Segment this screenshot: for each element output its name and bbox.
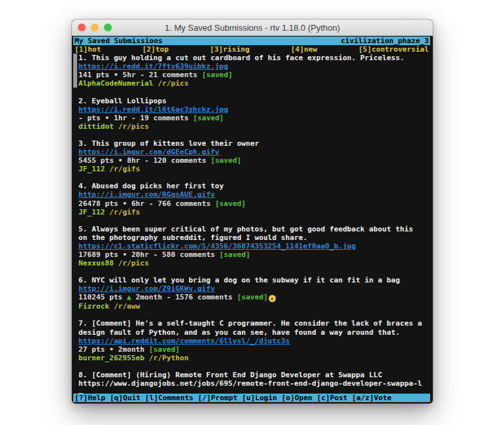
points: 27 pts: [78, 345, 105, 354]
gilded-star-icon: ★: [269, 295, 276, 302]
submission-byline: JF_112 /r/gifs: [78, 208, 433, 216]
saved-badge: [saved]: [149, 345, 180, 354]
submission-item-2[interactable]: 2. Eyeball Lollipops https://i.redd.it/l…: [73, 97, 433, 131]
submission-url[interactable]: https://www.djangojobs.net/jobs/695/remo…: [78, 379, 422, 388]
subreddit[interactable]: /r/gifs: [109, 208, 140, 216]
points: - pts: [78, 114, 101, 122]
window-title: 1. My Saved Submissions - rtv 1.18.0 (Py…: [165, 23, 340, 33]
window-titlebar: 1. My Saved Submissions - rtv 1.18.0 (Py…: [72, 20, 433, 36]
age-comments: 5hr - 21 comments: [122, 71, 197, 79]
submission-item-7[interactable]: 7. [Comment] He's a self-taught C progra…: [73, 319, 433, 362]
app-window: 1. My Saved Submissions - rtv 1.18.0 (Py…: [72, 20, 433, 403]
points: 5455 pts: [78, 156, 114, 165]
submission-stats: - pts • 1hr - 19 comments [saved]: [78, 114, 433, 122]
submission-item-8[interactable]: 8. [Comment] (Hiring) Remote Front End D…: [73, 371, 433, 396]
tab-new[interactable]: [4]new: [291, 45, 317, 54]
vote-separator-icon: •: [114, 71, 118, 79]
submission-title: 8. [Comment] (Hiring) Remote Front End D…: [78, 371, 433, 379]
submission-item-4[interactable]: 4. Abused dog picks her first toy http:/…: [73, 182, 433, 216]
page-title: My Saved Submissions: [75, 37, 163, 45]
author[interactable]: Nexxus88: [78, 259, 114, 267]
age-comments: 6hr - 766 comments: [131, 199, 210, 208]
submission-title: 3. This group of kittens love their owne…: [78, 139, 433, 148]
submission-stats: 110245 pts ▲ 2month - 1576 comments [sav…: [78, 293, 433, 302]
submission-byline: burner_262955eb /r/Python: [78, 354, 433, 362]
tab-controversial[interactable]: [5]controversial: [358, 45, 429, 54]
age-comments: 2month - 1576 comments: [136, 293, 233, 301]
traffic-lights: [78, 24, 112, 31]
zoom-button[interactable]: [104, 24, 112, 31]
author[interactable]: Fizrock: [78, 302, 109, 311]
submission-title: 1. This guy holding a cut out cardboard …: [78, 54, 433, 62]
tab-hot[interactable]: [1]hot: [75, 45, 101, 54]
submission-byline: Nexxus88 /r/pics: [78, 259, 433, 267]
vote-separator-icon: •: [105, 114, 109, 122]
submission-item-1[interactable]: 1. This guy holding a cut out cardboard …: [73, 54, 433, 88]
submission-title: 5. Always been super critical of my phot…: [78, 225, 433, 233]
vote-separator-icon: •: [122, 199, 127, 208]
saved-badge: [saved]: [210, 156, 241, 165]
submission-title: 2. Eyeball Lollipops: [78, 97, 433, 105]
submission-stats: 141 pts • 5hr - 21 comments [saved]: [78, 71, 433, 79]
submission-url-link[interactable]: https://i.imgur.com/dGEeCph.gifv: [78, 148, 220, 156]
submission-item-6[interactable]: 6. NYC will only let you bring a dog on …: [73, 276, 433, 311]
tab-top[interactable]: [2]top: [143, 45, 169, 54]
age-comments: 2month: [118, 345, 144, 354]
age-comments: 1hr - 19 comments: [114, 114, 189, 122]
vote-separator-icon: •: [118, 156, 123, 165]
submission-title: 7. [Comment] He's a self-taught C progra…: [78, 319, 433, 328]
tab-rising[interactable]: [3]rising: [210, 45, 250, 54]
header-bar: My Saved Submissions civilization_phaze_…: [73, 37, 430, 45]
submission-url-link[interactable]: http://i.imgur.com/RGqsAUE.gifv: [78, 190, 215, 199]
submission-byline: dittidot /r/pics: [78, 122, 433, 131]
vote-separator-icon: •: [109, 345, 114, 354]
points: 110245 pts: [78, 293, 122, 301]
submission-byline: JF_112 /r/gifs: [78, 165, 433, 173]
saved-badge: [saved]: [193, 114, 224, 122]
sort-tabs: [1]hot [2]top [3]rising [4]new [5]contro…: [73, 45, 430, 54]
subreddit[interactable]: /r/pics: [118, 259, 149, 267]
age-comments: 8hr - 120 comments: [127, 156, 206, 165]
submission-byline: Fizrock /r/aww: [78, 302, 433, 311]
submission-url-link[interactable]: https://c1.staticflickr.com/5/4356/36074…: [78, 242, 356, 250]
submission-url-link[interactable]: https://i.redd.it/l6t6ac3zhckz.jpg: [78, 105, 228, 114]
submission-url-link[interactable]: https://api.reddit.com/comments/6llvsl/_…: [78, 337, 290, 345]
points: 17689 pts: [78, 250, 118, 259]
subreddit[interactable]: /r/pics: [118, 122, 149, 131]
subreddit[interactable]: /r/aww: [114, 302, 140, 311]
saved-badge: [saved]: [220, 250, 250, 259]
submission-list: 1. This guy holding a cut out cardboard …: [73, 54, 433, 396]
submission-item-5[interactable]: 5. Always been super critical of my phot…: [73, 225, 433, 267]
selection-cursor-bar: [73, 54, 77, 88]
submission-title-wrap: on the photography subreddit, figured I …: [78, 233, 433, 242]
points: 141 pts: [78, 71, 109, 79]
upvote-arrow-icon: ▲: [127, 293, 131, 301]
saved-badge: [saved]: [215, 199, 246, 208]
author[interactable]: JF_112: [78, 165, 105, 173]
submission-stats: 5455 pts • 8hr - 120 comments [saved]: [78, 156, 433, 165]
submission-byline: AlphaCodeNumerial /r/pics: [78, 79, 433, 88]
author[interactable]: JF_112: [78, 208, 105, 216]
vote-separator-icon: •: [122, 250, 127, 259]
submission-item-3[interactable]: 3. This group of kittens love their owne…: [73, 139, 433, 173]
submission-stats: 17689 pts • 20hr - 580 comments [saved]: [78, 250, 433, 259]
submission-title: 4. Abused dog picks her first toy: [78, 182, 433, 190]
author[interactable]: burner_262955eb: [78, 354, 144, 362]
subreddit[interactable]: /r/gifs: [109, 165, 140, 173]
saved-badge: [saved]: [237, 293, 268, 301]
submission-stats: 26478 pts • 6hr - 766 comments [saved]: [78, 199, 433, 208]
submission-url-link[interactable]: https://i.redd.it/7ftv639uibkz.jpg: [78, 62, 228, 71]
submission-url-link[interactable]: http://i.imgur.com/Z9iGKWv.gifv: [78, 284, 215, 293]
status-bar: [?]Help [q]Quit [l]Comments [/]Prompt [u…: [73, 394, 430, 402]
minimize-button[interactable]: [91, 24, 99, 31]
terminal-screen: My Saved Submissions civilization_phaze_…: [72, 36, 433, 403]
subreddit[interactable]: /r/Python: [149, 354, 189, 362]
subreddit[interactable]: /r/pics: [158, 79, 188, 88]
author[interactable]: dittidot: [78, 122, 114, 131]
points: 26478 pts: [78, 199, 118, 208]
submission-stats: 27 pts • 2month [saved]: [78, 345, 433, 354]
close-button[interactable]: [78, 24, 86, 31]
logged-in-user: civilization_phaze_3: [341, 37, 429, 45]
author[interactable]: AlphaCodeNumerial: [78, 79, 154, 88]
submission-title: 6. NYC will only let you bring a dog on …: [78, 276, 433, 284]
